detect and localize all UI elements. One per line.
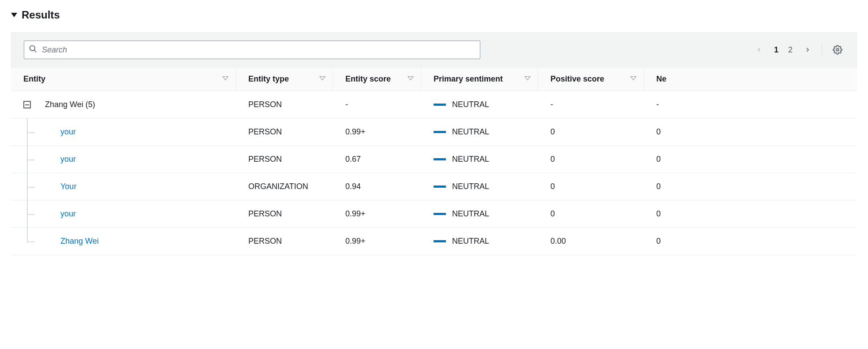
column-header-score[interactable]: Entity score	[333, 67, 421, 91]
ne-value: 0	[644, 182, 857, 191]
svg-marker-7	[631, 77, 636, 80]
column-label: Primary sentiment	[434, 74, 503, 84]
entity-name: Zhang Wei (5)	[45, 100, 95, 109]
column-label: Ne	[656, 74, 666, 84]
next-page-button[interactable]	[802, 45, 813, 55]
ne-value: 0	[644, 209, 857, 219]
toolbar: 1 2	[11, 32, 857, 67]
sentiment-bar-icon	[434, 131, 446, 133]
column-header-sentiment[interactable]: Primary sentiment	[421, 67, 538, 91]
results-table: Entity Entity type Entity score Primary …	[11, 67, 857, 255]
search-input[interactable]	[42, 45, 475, 55]
entity-score: 0.99+	[333, 237, 421, 246]
tree-connector	[27, 200, 60, 228]
entity-link[interactable]: your	[60, 127, 76, 137]
filter-icon	[408, 74, 414, 84]
primary-sentiment: NEUTRAL	[434, 209, 489, 219]
positive-score: 0	[538, 209, 644, 219]
column-label: Entity	[23, 74, 45, 84]
tree-connector	[27, 228, 60, 255]
page-number-1[interactable]: 1	[774, 45, 778, 55]
search-box[interactable]	[24, 41, 480, 59]
pagination: 1 2	[754, 45, 813, 55]
divider	[822, 43, 822, 56]
collapse-toggle-icon[interactable]	[11, 13, 17, 17]
sentiment-bar-icon	[434, 240, 446, 242]
ne-value: -	[644, 100, 857, 109]
svg-marker-3	[223, 77, 228, 80]
sentiment-label: NEUTRAL	[452, 182, 489, 191]
table-row-parent: Zhang Wei (5) PERSON - NEUTRAL - -	[11, 91, 857, 119]
sentiment-label: NEUTRAL	[452, 155, 489, 164]
column-label: Positive score	[550, 74, 604, 84]
sentiment-bar-icon	[434, 104, 446, 106]
table-body: Zhang Wei (5) PERSON - NEUTRAL - -	[11, 91, 857, 255]
column-label: Entity type	[248, 74, 289, 84]
entity-type: PERSON	[236, 100, 333, 109]
positive-score: 0	[538, 182, 644, 191]
sentiment-bar-icon	[434, 186, 446, 188]
entity-score: 0.94	[333, 182, 421, 191]
svg-marker-4	[320, 77, 325, 80]
tree-connector	[27, 119, 60, 146]
sentiment-label: NEUTRAL	[452, 237, 489, 246]
page-number-2[interactable]: 2	[788, 45, 793, 55]
filter-icon	[319, 74, 326, 84]
entity-type: PERSON	[236, 209, 333, 219]
column-header-ne[interactable]: Ne	[644, 67, 857, 91]
table-row: your PERSON 0.99+ NEUTRAL 0 0	[11, 119, 857, 146]
settings-button[interactable]	[831, 43, 844, 56]
entity-score: 0.99+	[333, 127, 421, 137]
filter-icon	[222, 74, 228, 84]
positive-score: 0.00	[538, 237, 644, 246]
primary-sentiment: NEUTRAL	[434, 237, 489, 246]
column-header-entity[interactable]: Entity	[11, 67, 236, 91]
collapse-row-button[interactable]	[23, 101, 31, 108]
sentiment-label: NEUTRAL	[452, 127, 489, 137]
filter-icon	[524, 74, 531, 84]
search-icon	[29, 45, 37, 56]
prev-page-button[interactable]	[754, 45, 764, 55]
entity-type: PERSON	[236, 127, 333, 137]
table-header: Entity Entity type Entity score Primary …	[11, 67, 857, 91]
ne-value: 0	[644, 237, 857, 246]
positive-score: 0	[538, 155, 644, 164]
tree-connector	[27, 173, 60, 200]
entity-type: ORGANIZATION	[236, 182, 333, 191]
svg-marker-5	[408, 77, 413, 80]
svg-point-0	[30, 45, 35, 51]
entity-type: PERSON	[236, 155, 333, 164]
sentiment-label: NEUTRAL	[452, 100, 489, 109]
primary-sentiment: NEUTRAL	[434, 100, 489, 109]
entity-link[interactable]: Your	[60, 182, 76, 191]
column-header-type[interactable]: Entity type	[236, 67, 333, 91]
table-row: Zhang Wei PERSON 0.99+ NEUTRAL 0.00 0	[11, 228, 857, 255]
table-row: your PERSON 0.67 NEUTRAL 0 0	[11, 146, 857, 173]
results-title: Results	[22, 9, 60, 21]
ne-value: 0	[644, 127, 857, 137]
primary-sentiment: NEUTRAL	[434, 127, 489, 137]
table-row: Your ORGANIZATION 0.94 NEUTRAL 0 0	[11, 173, 857, 200]
ne-value: 0	[644, 155, 857, 164]
sentiment-label: NEUTRAL	[452, 209, 489, 219]
column-label: Entity score	[345, 74, 391, 84]
svg-line-1	[34, 50, 37, 52]
tree-connector	[27, 146, 60, 173]
entity-type: PERSON	[236, 237, 333, 246]
filter-icon	[630, 74, 636, 84]
entity-score: 0.99+	[333, 209, 421, 219]
svg-marker-6	[525, 77, 530, 80]
positive-score: -	[538, 100, 644, 109]
entity-link[interactable]: Zhang Wei	[60, 237, 99, 246]
svg-point-2	[836, 48, 839, 51]
sentiment-bar-icon	[434, 213, 446, 215]
primary-sentiment: NEUTRAL	[434, 182, 489, 191]
table-row: your PERSON 0.99+ NEUTRAL 0 0	[11, 200, 857, 228]
sentiment-bar-icon	[434, 158, 446, 160]
column-header-positive[interactable]: Positive score	[538, 67, 644, 91]
entity-score: -	[333, 100, 421, 109]
entity-link[interactable]: your	[60, 209, 76, 219]
entity-score: 0.67	[333, 155, 421, 164]
primary-sentiment: NEUTRAL	[434, 155, 489, 164]
entity-link[interactable]: your	[60, 155, 76, 164]
